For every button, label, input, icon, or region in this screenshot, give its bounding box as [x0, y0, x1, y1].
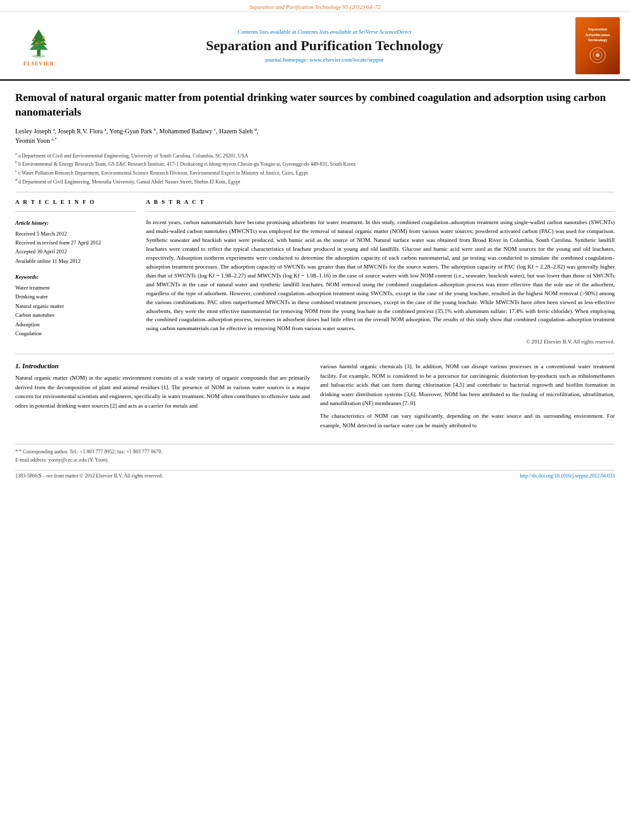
elsevier-logo: ELSEVIER — [10, 25, 67, 67]
article-history-section: Article history: Received 5 March 2012 R… — [15, 218, 136, 265]
doi-link[interactable]: http://dx.doi.org/10.1016/j.seppur.2012.… — [520, 473, 615, 479]
svg-point-8 — [41, 41, 44, 44]
article-footer: * * Corresponding author. Tel.: +1 803 7… — [15, 444, 615, 479]
footer-bottom-bar: 1383-5866/$ – see front matter © 2012 El… — [15, 470, 615, 479]
body-right-column: various harmful organic chemicals [3]. I… — [320, 362, 615, 434]
body-left-column: 1. Introduction Natural organic matter (… — [15, 362, 310, 434]
keywords-section: Keywords: Water treatment Drinking water… — [15, 272, 136, 338]
divider-abstract — [146, 211, 615, 212]
svg-point-7 — [36, 43, 38, 45]
homepage-url[interactable]: www.elsevier.com/locate/seppur — [309, 57, 384, 63]
cover-graphic-icon — [582, 46, 613, 65]
issn-text: 1383-5866/$ – see front matter © 2012 El… — [15, 473, 163, 479]
article-body: 1. Introduction Natural organic matter (… — [15, 362, 615, 434]
keyword-1: Water treatment — [15, 284, 50, 291]
revised-date: Received in revised form 27 April 2012 — [15, 239, 101, 246]
received-date: Received 5 March 2012 — [15, 230, 67, 237]
cover-title-line1: Separation — [588, 27, 607, 32]
svg-point-5 — [33, 38, 36, 41]
divider-article-info — [15, 211, 136, 212]
journal-homepage-link: journal homepage: www.elsevier.com/locat… — [74, 57, 575, 63]
keyword-2: Drinking water — [15, 293, 48, 300]
sciverse-text[interactable]: Contents lists available at SciVerse Sci… — [298, 29, 412, 35]
online-date: Available online 11 May 2012 — [15, 258, 81, 264]
journal-title: Separation and Purification Technology — [74, 37, 575, 54]
abstract-text: In recent years, carbon nanomaterials ha… — [146, 218, 615, 333]
abstract-heading: A B S T R A C T — [146, 199, 615, 205]
body-right-text: various harmful organic chemicals [3]. I… — [320, 362, 615, 430]
journal-citation-text: Separation and Purification Technology 9… — [250, 4, 381, 10]
article-content: Removal of natural organic matter from p… — [0, 81, 630, 489]
keyword-3: Natural organic matter — [15, 303, 64, 309]
authors-line: Lesley Joseph a, Joseph R.V. Flora a, Yo… — [15, 126, 615, 146]
elsevier-brand-text: ELSEVIER — [23, 61, 54, 67]
svg-point-1 — [32, 55, 46, 58]
article-title: Removal of natural organic matter from p… — [15, 91, 615, 120]
journal-name-center: Contents lists available at Contents lis… — [74, 29, 575, 63]
cover-title-line2: &Purification — [586, 32, 610, 37]
email-note: E-mail address: yoony@cec.sc.edu (Y. Yoo… — [15, 457, 109, 463]
history-label: Article history: — [15, 218, 136, 227]
body-para-2: various harmful organic chemicals [3]. I… — [320, 362, 615, 408]
divider-body — [15, 354, 615, 354]
svg-point-6 — [43, 36, 45, 39]
footnote-star-icon: * — [15, 449, 18, 455]
abstract-column: A B S T R A C T In recent years, carbon … — [146, 199, 615, 345]
elsevier-tree-icon — [20, 25, 58, 60]
svg-point-11 — [596, 53, 600, 57]
affiliations: a a Department of Civil and Environmenta… — [15, 151, 615, 186]
keyword-6: Coagulation — [15, 330, 42, 337]
cover-title-line3: Technology — [587, 37, 608, 43]
article-info-heading: A R T I C L E I N F O — [15, 199, 136, 205]
accepted-date: Accepted 30 April 2012 — [15, 248, 67, 255]
abstract-copyright: © 2012 Elsevier B.V. All rights reserved… — [146, 338, 615, 345]
keywords-label: Keywords: — [15, 272, 136, 281]
article-info-abstract-section: A R T I C L E I N F O Article history: R… — [15, 199, 615, 345]
section1-title: 1. Introduction — [15, 362, 310, 370]
divider-after-affiliations — [15, 192, 615, 192]
body-para-3: The characteristics of NOM can vary sign… — [320, 411, 615, 430]
journal-citation-bar: Separation and Purification Technology 9… — [0, 0, 630, 12]
body-para-1: Natural organic matter (NOM) in the aqua… — [15, 373, 310, 410]
journal-header: ELSEVIER Contents lists available at Con… — [0, 12, 630, 81]
body-two-column: 1. Introduction Natural organic matter (… — [15, 362, 615, 434]
keyword-5: Adsorption — [15, 321, 39, 328]
keyword-4: Carbon nanotubes — [15, 312, 55, 318]
journal-cover-thumbnail: Separation &Purification Technology — [575, 17, 620, 74]
body-left-text: Natural organic matter (NOM) in the aqua… — [15, 373, 310, 410]
corresponding-author-note: * * Corresponding author. Tel.: +1 803 7… — [15, 448, 615, 465]
article-info-column: A R T I C L E I N F O Article history: R… — [15, 199, 136, 345]
sciverse-link: Contents lists available at Contents lis… — [74, 29, 575, 35]
